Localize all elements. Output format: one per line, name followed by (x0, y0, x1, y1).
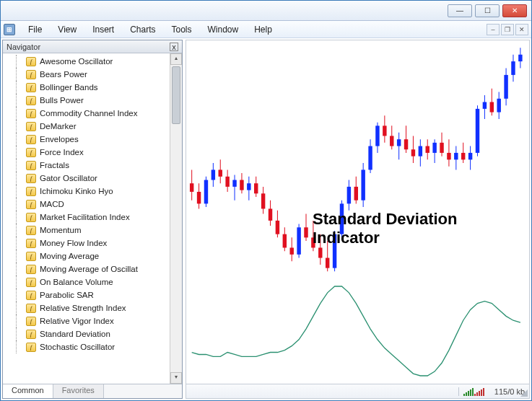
indicator-item[interactable]: fBears Power (16, 68, 182, 81)
function-icon: f (26, 317, 36, 326)
maximize-icon: ☐ (484, 6, 491, 14)
indicator-label: Money Flow Index (40, 239, 107, 247)
svg-rect-47 (354, 187, 358, 200)
menu-tools[interactable]: Tools (165, 23, 199, 36)
chart-area[interactable]: Standard Deviation Indicator 115/0 kb (186, 40, 530, 399)
mdi-close-button[interactable]: ✕ (515, 24, 528, 35)
mdi-minimize-button[interactable]: – (487, 24, 500, 35)
indicator-item[interactable]: fMoney Flow Index (16, 237, 182, 250)
indicator-label: Market Facilitation Index (40, 213, 130, 221)
indicator-label: Commodity Channel Index (40, 109, 138, 118)
function-icon: f (26, 304, 36, 313)
indicator-item[interactable]: fMomentum (16, 224, 182, 237)
indicator-item[interactable]: fStandard Deviation (16, 327, 182, 340)
svg-rect-37 (318, 247, 322, 257)
app-window: — ☐ ✕ ⊞ File View Insert Charts Tools Wi… (0, 0, 532, 401)
indicator-item[interactable]: fForce Index (16, 146, 182, 159)
menubar: ⊞ File View Insert Charts Tools Window H… (1, 21, 531, 38)
svg-rect-75 (454, 153, 458, 159)
function-icon: f (26, 213, 36, 222)
indicator-label: Gator Oscillator (40, 174, 97, 182)
indicator-item[interactable]: fRelative Vigor Index (16, 314, 182, 327)
svg-rect-1 (190, 183, 193, 192)
svg-rect-77 (461, 153, 465, 159)
function-icon: f (26, 252, 36, 261)
scroll-down-button[interactable]: ▾ (170, 372, 182, 384)
menu-file[interactable]: File (21, 23, 49, 36)
app-icon: ⊞ (4, 24, 15, 35)
indicator-label: DeMarker (40, 122, 76, 131)
function-icon: f (26, 135, 36, 144)
indicator-item[interactable]: fCommodity Channel Index (16, 107, 182, 120)
function-icon: f (26, 291, 36, 300)
indicator-label: Bears Power (40, 70, 87, 79)
indicator-tree: fAwesome OscillatorfBears PowerfBollinge… (3, 53, 182, 355)
chart-annotation: Standard Deviation Indicator (313, 210, 457, 248)
window-minimize-button[interactable]: — (448, 4, 472, 17)
menu-help[interactable]: Help (247, 23, 279, 36)
function-icon: f (26, 187, 36, 196)
function-icon: f (26, 200, 36, 209)
indicator-label: On Balance Volume (40, 278, 113, 286)
indicator-item[interactable]: fBollinger Bands (16, 81, 182, 94)
indicator-item[interactable]: fAwesome Oscillator (16, 55, 182, 68)
mdi-min-icon: – (491, 26, 494, 33)
menu-view[interactable]: View (51, 23, 84, 36)
navigator-scrollbar[interactable]: ▴ ▾ (170, 53, 182, 384)
menu-window[interactable]: Window (201, 23, 246, 36)
svg-rect-67 (426, 146, 429, 153)
scroll-thumb[interactable] (172, 66, 180, 124)
svg-rect-25 (276, 221, 279, 234)
navigator-title: Navigator (6, 43, 40, 51)
svg-rect-87 (497, 99, 500, 113)
tab-favorites[interactable]: Favorites (53, 384, 104, 398)
indicator-item[interactable]: fParabolic SAR (16, 288, 182, 301)
indicator-item[interactable]: fGator Oscillator (16, 172, 182, 185)
indicator-label: MACD (40, 200, 64, 208)
menu-insert[interactable]: Insert (85, 23, 121, 36)
function-icon: f (26, 148, 36, 157)
indicator-item[interactable]: fRelative Strength Index (16, 301, 182, 314)
indicator-item[interactable]: fMarket Facilitation Index (16, 211, 182, 224)
navigator-body: fAwesome OscillatorfBears PowerfBollinge… (3, 53, 182, 384)
indicator-label: Relative Vigor Index (40, 317, 114, 325)
indicator-item[interactable]: fEnvelopes (16, 133, 182, 146)
connection-bars-icon (458, 387, 489, 396)
indicator-label: Moving Average of Oscillat (40, 265, 138, 273)
svg-rect-5 (204, 180, 208, 204)
svg-rect-65 (419, 146, 422, 157)
mdi-controls: – ❐ ✕ (487, 24, 528, 35)
function-icon: f (26, 343, 36, 352)
indicator-label: Envelopes (40, 135, 79, 144)
navigator-panel: Navigator x fAwesome OscillatorfBears Po… (2, 40, 183, 399)
svg-rect-27 (283, 234, 287, 248)
indicator-item[interactable]: fIchimoku Kinko Hyo (16, 185, 182, 198)
svg-rect-45 (347, 187, 351, 203)
indicator-item[interactable]: fDeMarker (16, 120, 182, 133)
indicator-item[interactable]: fFractals (16, 159, 182, 172)
navigator-tabs: Common Favorites (3, 384, 182, 398)
indicator-item[interactable]: fBulls Power (16, 94, 182, 107)
navigator-close-button[interactable]: x (170, 43, 178, 51)
indicator-item[interactable]: fStochastic Oscillator (16, 340, 182, 353)
svg-rect-93 (518, 55, 522, 61)
indicator-item[interactable]: fMoving Average (16, 250, 182, 263)
indicator-label: Awesome Oscillator (40, 57, 113, 66)
indicator-item[interactable]: fMoving Average of Oscillat (16, 263, 182, 276)
indicator-item[interactable]: fOn Balance Volume (16, 276, 182, 288)
svg-rect-57 (390, 136, 393, 146)
indicator-item[interactable]: fMACD (16, 198, 182, 211)
function-icon: f (26, 96, 36, 105)
window-close-button[interactable]: ✕ (502, 4, 527, 17)
tab-common[interactable]: Common (3, 384, 53, 398)
window-maximize-button[interactable]: ☐ (475, 4, 500, 17)
svg-rect-49 (361, 169, 365, 200)
resize-grip-icon[interactable] (520, 389, 528, 397)
annotation-line1: Standard Deviation (313, 210, 457, 229)
svg-rect-85 (490, 102, 494, 112)
menu-charts[interactable]: Charts (123, 23, 162, 36)
svg-rect-29 (289, 247, 293, 254)
scroll-up-button[interactable]: ▴ (170, 53, 182, 65)
svg-rect-11 (225, 177, 229, 187)
mdi-restore-button[interactable]: ❐ (501, 24, 514, 35)
